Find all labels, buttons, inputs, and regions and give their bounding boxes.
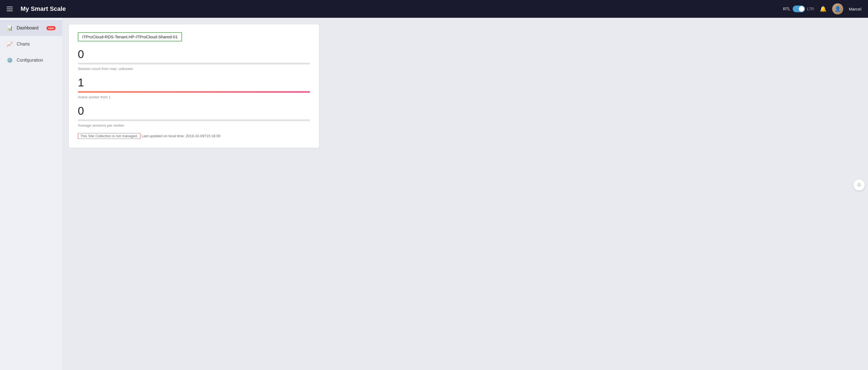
progress-fill-session-count: [78, 63, 310, 64]
metric-session-count-value: 0: [78, 48, 310, 61]
not-managed-status: This Site Collection is not managed.: [78, 133, 140, 139]
rtl-ltr-toggle[interactable]: [793, 5, 805, 12]
sidebar-item-dashboard[interactable]: 📊 Dashboard new: [0, 20, 62, 36]
sidebar-label-charts: Charts: [17, 42, 56, 47]
metric-active-worker-label: Active worker from 1: [78, 95, 310, 99]
main-layout: 📊 Dashboard new 📈 Charts ⚙️ Configuratio…: [0, 18, 868, 370]
dashboard-card: ITProCloud-RDS-Tenant.HP-ITProCloud-Shar…: [69, 25, 319, 148]
progress-bar-avg-sessions: [78, 119, 310, 121]
ltr-label: LTR: [807, 7, 814, 11]
charts-icon: 📈: [7, 41, 13, 47]
dashboard-icon: 📊: [7, 25, 13, 31]
sidebar-label-dashboard: Dashboard: [17, 26, 41, 31]
hamburger-menu[interactable]: [7, 7, 13, 11]
floating-settings-button[interactable]: ⚙: [854, 180, 865, 190]
configuration-icon: ⚙️: [7, 57, 13, 63]
last-updated-text: Last updated on local time: 2019-10-09T1…: [142, 134, 220, 138]
metric-active-worker-value: 1: [78, 76, 310, 89]
progress-fill-avg-sessions: [78, 119, 310, 121]
metric-avg-sessions-label: Average sessions per worker: [78, 123, 310, 127]
app-title: My Smart Scale: [21, 5, 778, 12]
settings-gear-icon: ⚙: [857, 182, 861, 188]
status-row: This Site Collection is not managed. Las…: [78, 133, 310, 139]
progress-bar-active-worker: [78, 91, 310, 93]
top-navigation: My Smart Scale RTL LTR 🔔 👤 Marcel: [0, 0, 868, 18]
user-name: Marcel: [849, 7, 861, 11]
sidebar-item-configuration[interactable]: ⚙️ Configuration: [0, 52, 62, 68]
main-content: ITProCloud-RDS-Tenant.HP-ITProCloud-Shar…: [62, 18, 868, 370]
avatar[interactable]: 👤: [832, 3, 843, 14]
sidebar: 📊 Dashboard new 📈 Charts ⚙️ Configuratio…: [0, 18, 62, 370]
metric-session-count-label: Session count from max. unknown: [78, 67, 310, 71]
card-title: ITProCloud-RDS-Tenant.HP-ITProCloud-Shar…: [78, 32, 182, 41]
sidebar-label-configuration: Configuration: [17, 58, 56, 63]
rtl-ltr-toggle-group: RTL LTR: [783, 5, 814, 12]
sidebar-item-charts[interactable]: 📈 Charts: [0, 36, 62, 52]
progress-fill-active-worker: [78, 91, 310, 93]
progress-bar-session-count: [78, 63, 310, 64]
top-right-controls: RTL LTR 🔔 👤 Marcel: [783, 3, 861, 14]
rtl-label: RTL: [783, 7, 790, 11]
metric-avg-sessions-value: 0: [78, 105, 310, 117]
dashboard-new-badge: new: [46, 26, 56, 30]
notifications-bell-icon[interactable]: 🔔: [820, 5, 827, 12]
